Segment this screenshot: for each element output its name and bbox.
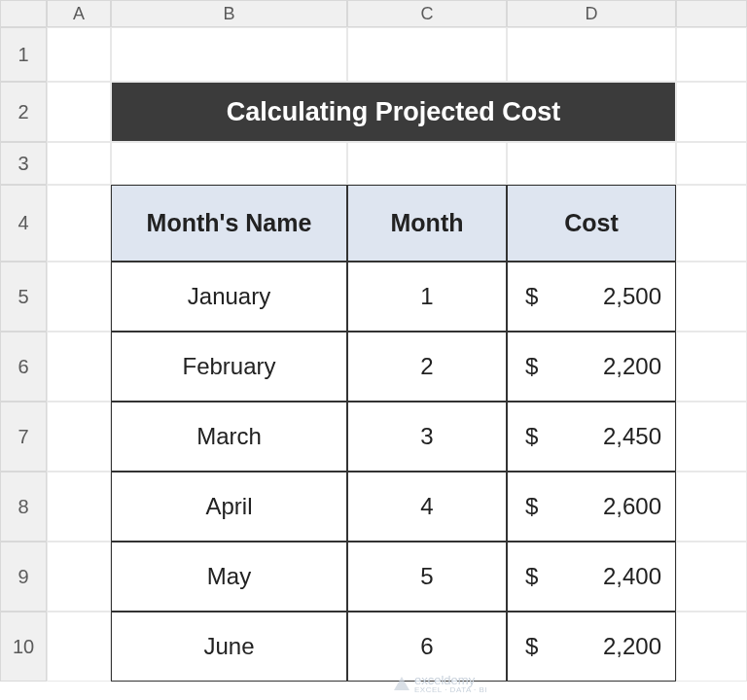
col-header-e[interactable] bbox=[676, 0, 747, 27]
select-all-corner[interactable] bbox=[0, 0, 47, 27]
cell-e6[interactable] bbox=[676, 332, 747, 402]
cost-value: 2,400 bbox=[603, 563, 661, 590]
row-header-9[interactable]: 9 bbox=[0, 542, 47, 612]
table-row[interactable]: May bbox=[111, 542, 347, 612]
currency-symbol: $ bbox=[525, 283, 538, 310]
row-header-7[interactable]: 7 bbox=[0, 402, 47, 472]
cell-b3[interactable] bbox=[111, 142, 347, 185]
table-row[interactable]: $ 2,400 bbox=[507, 542, 676, 612]
row-header-8[interactable]: 8 bbox=[0, 472, 47, 542]
table-row[interactable]: $ 2,500 bbox=[507, 262, 676, 332]
currency-symbol: $ bbox=[525, 423, 538, 450]
table-row[interactable]: 3 bbox=[347, 402, 507, 472]
cell-a1[interactable] bbox=[47, 27, 111, 82]
cell-a3[interactable] bbox=[47, 142, 111, 185]
cost-value: 2,500 bbox=[603, 283, 661, 310]
watermark-tagline: EXCEL · DATA · BI bbox=[414, 685, 487, 694]
table-row[interactable]: 1 bbox=[347, 262, 507, 332]
cell-e2[interactable] bbox=[676, 82, 747, 142]
cell-a7[interactable] bbox=[47, 402, 111, 472]
cell-a8[interactable] bbox=[47, 472, 111, 542]
cell-b1[interactable] bbox=[111, 27, 347, 82]
table-row[interactable]: January bbox=[111, 262, 347, 332]
cell-c3[interactable] bbox=[347, 142, 507, 185]
table-row[interactable]: June bbox=[111, 612, 347, 682]
cell-d3[interactable] bbox=[507, 142, 676, 185]
row-header-5[interactable]: 5 bbox=[0, 262, 47, 332]
table-header-cost[interactable]: Cost bbox=[507, 185, 676, 262]
currency-symbol: $ bbox=[525, 493, 538, 520]
cell-e8[interactable] bbox=[676, 472, 747, 542]
table-row[interactable]: $ 2,600 bbox=[507, 472, 676, 542]
table-row[interactable]: $ 2,450 bbox=[507, 402, 676, 472]
cell-e1[interactable] bbox=[676, 27, 747, 82]
col-header-a[interactable]: A bbox=[47, 0, 111, 27]
currency-symbol: $ bbox=[525, 353, 538, 380]
row-header-6[interactable]: 6 bbox=[0, 332, 47, 402]
row-header-4[interactable]: 4 bbox=[0, 185, 47, 262]
cell-c1[interactable] bbox=[347, 27, 507, 82]
cell-e5[interactable] bbox=[676, 262, 747, 332]
cell-d1[interactable] bbox=[507, 27, 676, 82]
cost-value: 2,200 bbox=[603, 353, 661, 380]
cell-a5[interactable] bbox=[47, 262, 111, 332]
spreadsheet-grid[interactable]: A B C D 1 2 Calculating Projected Cost 3… bbox=[0, 0, 747, 682]
cell-e9[interactable] bbox=[676, 542, 747, 612]
cell-a10[interactable] bbox=[47, 612, 111, 682]
cell-a2[interactable] bbox=[47, 82, 111, 142]
row-header-10[interactable]: 10 bbox=[0, 612, 47, 682]
cell-e4[interactable] bbox=[676, 185, 747, 262]
table-row[interactable]: April bbox=[111, 472, 347, 542]
col-header-d[interactable]: D bbox=[507, 0, 676, 27]
table-row[interactable]: $ 2,200 bbox=[507, 332, 676, 402]
cell-a4[interactable] bbox=[47, 185, 111, 262]
cell-a6[interactable] bbox=[47, 332, 111, 402]
table-header-month[interactable]: Month bbox=[347, 185, 507, 262]
table-row[interactable]: 5 bbox=[347, 542, 507, 612]
row-header-1[interactable]: 1 bbox=[0, 27, 47, 82]
col-header-b[interactable]: B bbox=[111, 0, 347, 27]
cost-value: 2,450 bbox=[603, 423, 661, 450]
currency-symbol: $ bbox=[525, 563, 538, 590]
row-header-2[interactable]: 2 bbox=[0, 82, 47, 142]
table-row[interactable]: 2 bbox=[347, 332, 507, 402]
table-row[interactable]: February bbox=[111, 332, 347, 402]
table-row[interactable]: $ 2,200 bbox=[507, 612, 676, 682]
table-header-month-name[interactable]: Month's Name bbox=[111, 185, 347, 262]
table-row[interactable]: 4 bbox=[347, 472, 507, 542]
cost-value: 2,200 bbox=[603, 633, 661, 660]
cost-value: 2,600 bbox=[603, 493, 661, 520]
cell-e3[interactable] bbox=[676, 142, 747, 185]
cell-a9[interactable] bbox=[47, 542, 111, 612]
table-row[interactable]: 6 bbox=[347, 612, 507, 682]
title-cell[interactable]: Calculating Projected Cost bbox=[111, 82, 676, 142]
cell-e10[interactable] bbox=[676, 612, 747, 682]
row-header-3[interactable]: 3 bbox=[0, 142, 47, 185]
col-header-c[interactable]: C bbox=[347, 0, 507, 27]
cell-e7[interactable] bbox=[676, 402, 747, 472]
table-row[interactable]: March bbox=[111, 402, 347, 472]
currency-symbol: $ bbox=[525, 633, 538, 660]
